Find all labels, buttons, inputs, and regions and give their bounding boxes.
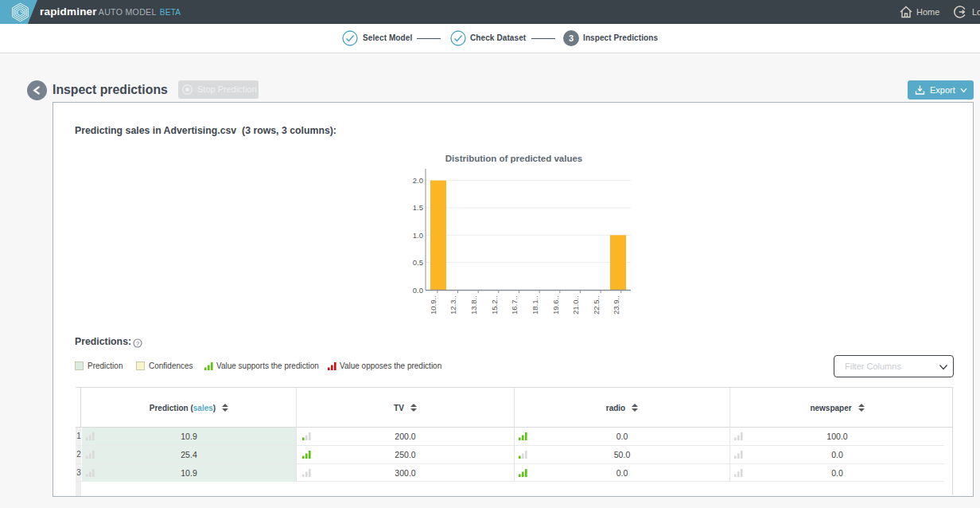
svg-text:23.9..: 23.9.. (612, 295, 620, 315)
svg-text:3: 3 (569, 33, 574, 43)
svg-text:10.9..: 10.9.. (429, 295, 438, 315)
svg-text:2.0: 2.0 (413, 176, 423, 185)
svg-text:21.0..: 21.0.. (571, 295, 580, 315)
svg-text:?: ? (136, 340, 140, 347)
svg-text:16.7..: 16.7.. (510, 295, 519, 315)
svg-text:0.5: 0.5 (413, 258, 423, 267)
svg-text:15.2..: 15.2.. (490, 295, 499, 315)
svg-text:0.0: 0.0 (413, 286, 423, 295)
svg-text:1.5: 1.5 (413, 203, 423, 212)
svg-text:12.3..: 12.3.. (449, 295, 457, 315)
svg-text:1.0: 1.0 (413, 231, 423, 240)
svg-text:13.8..: 13.8.. (469, 295, 478, 315)
svg-text:18.1..: 18.1.. (531, 295, 539, 315)
svg-text:22.5..: 22.5.. (592, 295, 601, 315)
svg-text:19.6..: 19.6.. (551, 295, 560, 315)
svg-text:Distribution of predicted valu: Distribution of predicted values (445, 154, 583, 163)
